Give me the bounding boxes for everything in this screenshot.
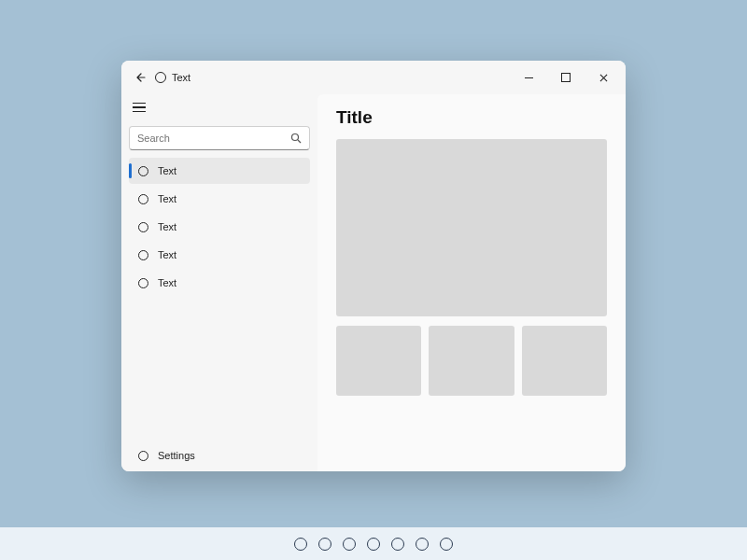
- content-placeholder-large: [336, 139, 607, 316]
- settings-label: Settings: [158, 450, 195, 461]
- nav-item-label: Text: [158, 165, 176, 176]
- search-icon: [290, 133, 302, 144]
- nav-item[interactable]: Text: [129, 242, 310, 268]
- nav-item[interactable]: Text: [129, 158, 310, 184]
- nav-item[interactable]: Text: [129, 214, 310, 240]
- minimize-button[interactable]: [510, 64, 547, 91]
- search-input[interactable]: [129, 126, 310, 150]
- circle-icon: [138, 451, 148, 461]
- taskbar[interactable]: [0, 527, 747, 560]
- close-button[interactable]: [585, 64, 622, 91]
- circle-icon: [138, 278, 148, 288]
- content-area: Title: [317, 94, 626, 471]
- app-window: Text Text Text: [121, 61, 626, 471]
- app-icon: [155, 72, 166, 83]
- taskbar-item[interactable]: [416, 538, 429, 551]
- circle-icon: [138, 250, 148, 260]
- taskbar-item[interactable]: [367, 538, 380, 551]
- taskbar-item[interactable]: [318, 538, 331, 551]
- sidebar: Text Text Text Text Text: [121, 94, 317, 471]
- circle-icon: [138, 194, 148, 204]
- content-placeholder-row: [336, 326, 607, 396]
- taskbar-item[interactable]: [391, 538, 404, 551]
- content-placeholder-small: [336, 326, 421, 396]
- nav-item[interactable]: Text: [129, 270, 310, 296]
- close-icon: [599, 74, 608, 82]
- content-placeholder-small: [522, 326, 607, 396]
- settings-nav-item[interactable]: Settings: [129, 440, 310, 471]
- nav-item-label: Text: [158, 277, 176, 288]
- taskbar-item[interactable]: [440, 538, 453, 551]
- hamburger-menu-button[interactable]: [129, 94, 159, 120]
- taskbar-item[interactable]: [343, 538, 356, 551]
- nav-item-label: Text: [158, 221, 176, 232]
- maximize-button[interactable]: [547, 64, 585, 91]
- circle-icon: [138, 166, 148, 176]
- content-placeholder-small: [429, 326, 514, 396]
- titlebar[interactable]: Text: [121, 61, 626, 94]
- search-field[interactable]: [137, 133, 290, 144]
- nav-list: Text Text Text Text Text: [129, 158, 310, 440]
- nav-item-label: Text: [158, 249, 176, 260]
- circle-icon: [138, 222, 148, 232]
- window-body: Text Text Text Text Text: [121, 94, 626, 471]
- back-button[interactable]: [131, 68, 149, 87]
- nav-item-label: Text: [158, 193, 176, 204]
- taskbar-item[interactable]: [294, 538, 307, 551]
- window-title: Text: [172, 72, 190, 83]
- page-title: Title: [336, 107, 607, 128]
- svg-point-0: [292, 134, 299, 141]
- nav-item[interactable]: Text: [129, 186, 310, 212]
- arrow-left-icon: [134, 72, 146, 83]
